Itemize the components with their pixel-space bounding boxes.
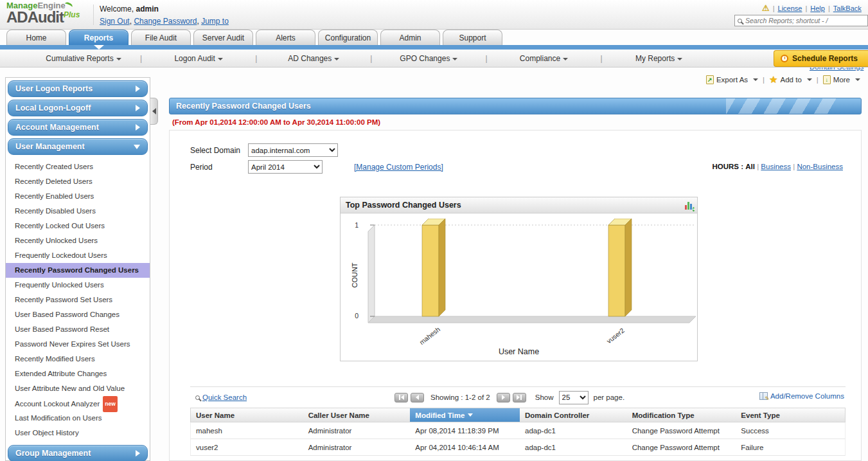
subnav-cumulative-reports[interactable]: Cumulative Reports [27,54,140,63]
column-label: Domain Controller [525,411,589,419]
table-row[interactable]: vuser2 Administrator Apr 04,2014 10:46:1… [190,439,846,456]
license-link[interactable]: License [778,5,802,12]
cell-modified-time: Apr 08,2014 11:18:39 PM [410,427,520,435]
cell-domain-controller: adap-dc1 [520,444,627,451]
hours-non-business-link[interactable]: Non-Business [797,163,843,170]
prev-page-button[interactable] [411,393,424,402]
bars-group [422,219,632,316]
tab-reports[interactable]: Reports [69,30,128,45]
help-link[interactable]: Help [810,5,825,12]
search-input[interactable] [744,16,865,25]
chevron-right-icon [136,450,140,456]
top-right-links: ⚠ License Help TalkBack [762,3,862,13]
sidebar-item-extended-attribute-changes[interactable]: Extended Attribute Changes [6,366,150,381]
chevron-right-icon [136,105,140,111]
cell-caller-user-name: Administrator [303,427,411,435]
sidebar-item-frequently-unlocked-users[interactable]: Frequently Unlocked Users [6,278,150,293]
sidebar-item-recently-locked-out-users[interactable]: Recently Locked Out Users [6,219,150,233]
last-page-button[interactable] [513,393,526,402]
sidebar-item-recently-created-users[interactable]: Recently Created Users [6,159,150,174]
tabs: Home Reports File Audit Server Audit Ale… [6,30,502,45]
column-header-modified-time[interactable]: Modified Time [410,408,520,422]
sidebar-item-last-modification-on-users[interactable]: Last Modification on Users [6,411,150,426]
sidebar-item-recently-enabled-users[interactable]: Recently Enabled Users [6,189,150,204]
next-page-button[interactable] [497,393,510,402]
page-size-select[interactable]: 25 [559,391,589,404]
sidebar-item-user-object-history[interactable]: User Object History [6,426,150,440]
column-header-event-type[interactable]: Event Type [736,408,845,422]
tab-alerts[interactable]: Alerts [256,30,315,45]
sidebar-item-recently-unlocked-users[interactable]: Recently Unlocked Users [6,233,150,248]
hours-all[interactable]: All [745,163,755,170]
column-header-caller-user-name[interactable]: Caller User Name [303,408,411,422]
sidebar-section-user-logon-reports[interactable]: User Logon Reports [8,80,148,97]
sidebar-item-recently-password-changed-users[interactable]: Recently Password Changed Users [6,263,150,278]
active-tab-notch [94,45,104,50]
column-header-domain-controller[interactable]: Domain Controller [520,408,627,422]
add-to-button[interactable]: ★ Add to [769,76,812,84]
hours-business-link[interactable]: Business [761,163,791,170]
more-button[interactable]: ↓ More [823,75,860,84]
separator [793,163,795,170]
tab-configuration[interactable]: Configuration [318,30,378,45]
sidebar-collapse-handle[interactable] [150,98,158,125]
add-to-label: Add to [781,76,802,84]
subnav-label: My Reports [635,54,675,63]
report-date-range: (From Apr 01,2014 12:00:00 AM to Apr 30,… [172,118,380,126]
column-label: Modified Time [415,411,465,419]
tab-home[interactable]: Home [6,30,66,45]
change-password-link[interactable]: Change Password [134,17,197,26]
tab-server-audit[interactable]: Server Audit [193,30,253,45]
quick-search-button[interactable]: Quick Search [195,393,247,401]
hours-label: HOURS : [712,163,743,170]
sidebar-item-recently-password-set-users[interactable]: Recently Password Set Users [6,293,150,307]
warning-icon[interactable]: ⚠ [762,3,770,13]
subnav-my-reports[interactable]: My Reports [603,54,716,63]
sidebar-item-user-based-password-reset[interactable]: User Based Password Reset [6,322,150,337]
chart-body: 1 0 COUNT mahesh vuser2 User Name [341,213,697,361]
tab-admin[interactable]: Admin [380,30,440,45]
domain-select[interactable]: adap.internal.com [248,143,338,157]
talkback-link[interactable]: TalkBack [833,5,862,12]
sidebar-item-recently-disabled-users[interactable]: Recently Disabled Users [6,204,150,219]
sign-out-link[interactable]: Sign Out [100,17,130,26]
add-remove-columns-link[interactable]: Add/Remove Columns [759,392,844,400]
manage-custom-periods-link[interactable]: [Manage Custom Periods] [354,163,443,172]
more-icon: ↓ [823,75,831,84]
sidebar-item-recently-modified-users[interactable]: Recently Modified Users [6,352,150,366]
table-row[interactable]: mahesh Administrator Apr 08,2014 11:18:3… [190,422,846,439]
show-label: Show [535,393,554,401]
sidebar-section-local-logon-logoff[interactable]: Local Logon-Logoff [8,100,148,116]
clock-icon [781,55,788,62]
cell-user-name: vuser2 [191,444,303,451]
chart-type-icon[interactable]: + [685,201,692,210]
chevron-right-icon [136,86,140,92]
jump-to-link[interactable]: Jump to [201,17,229,26]
column-label: Caller User Name [308,411,369,419]
sidebar-item-recently-deleted-users[interactable]: Recently Deleted Users [6,174,150,189]
chevron-down-icon [753,78,758,81]
period-select[interactable]: April 2014 [248,160,323,174]
sidebar-section-user-management[interactable]: User Management [8,138,148,155]
sidebar-item-user-attribute-new-and-old-value[interactable]: User Attribute New and Old Value [6,381,150,396]
sidebar-item-frequently-lockedout-users[interactable]: Frequently Lockedout Users [6,248,150,263]
sidebar-item-password-never-expires-set-users[interactable]: Password Never Expires Set Users [6,337,150,352]
table-edit-icon [759,392,768,400]
chevron-left-icon [152,108,156,114]
schedule-reports-button[interactable]: Schedule Reports [774,50,868,67]
sidebar-item-user-based-password-changes[interactable]: User Based Password Changes [6,307,150,322]
subnav-gpo-changes[interactable]: GPO Changes [372,54,485,63]
export-as-button[interactable]: ↗ Export As [706,75,758,84]
column-header-modification-type[interactable]: Modification Type [627,408,736,422]
sidebar-section-group-management[interactable]: Group Management [8,445,148,461]
first-page-button[interactable] [394,393,408,402]
subnav-logon-audit[interactable]: Logon Audit [142,54,255,63]
column-label: Modification Type [632,411,695,419]
subnav-ad-changes[interactable]: AD Changes [257,54,370,63]
subnav-compliance[interactable]: Compliance [488,54,601,63]
column-header-user-name[interactable]: User Name [191,408,303,422]
sidebar-item-account-lockout-analyzer[interactable]: Account Lockout Analyzernew [6,396,150,411]
sidebar-section-account-management[interactable]: Account Management [8,119,148,136]
tab-file-audit[interactable]: File Audit [131,30,191,45]
tab-support[interactable]: Support [443,30,502,45]
